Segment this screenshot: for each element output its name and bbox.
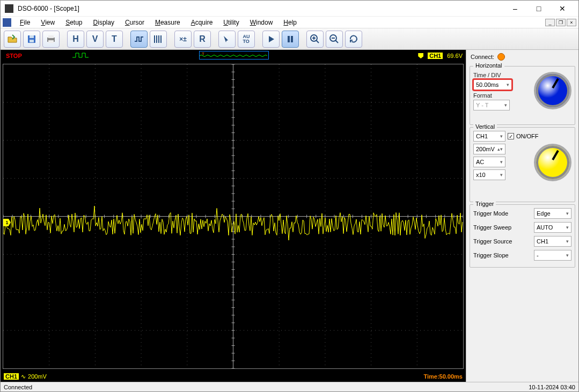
connect-led-icon [497, 53, 505, 61]
trigger-source-label: Trigger Source [473, 238, 512, 245]
time-div-select[interactable]: 50.00ms▾ [473, 79, 512, 90]
toolbar: H V T ×± R AUTO [1, 28, 578, 50]
menu-window[interactable]: Window [245, 18, 278, 27]
run-state-label: STOP [4, 52, 24, 60]
save-button[interactable] [23, 31, 40, 48]
onoff-label: ON/OFF [516, 133, 539, 139]
menu-help[interactable]: Help [278, 18, 302, 27]
format-select[interactable]: Y - T▾ [473, 100, 510, 110]
trigger-mode-select[interactable]: Edge▾ [534, 208, 571, 219]
menu-cursor[interactable]: Cursor [120, 18, 150, 27]
trigger-source-value: CH1 [537, 238, 548, 245]
bottom-channel-label: CH1 [4, 373, 19, 380]
menu-file[interactable]: File [14, 18, 35, 27]
menu-acquire[interactable]: Acquire [186, 18, 218, 27]
trigger-sweep-select[interactable]: AUTO▾ [534, 222, 571, 233]
coupling-select[interactable]: AC▾ [473, 157, 505, 167]
statusbar: Connected 10-11-2024 03:40 [1, 382, 578, 391]
bottom-time-label: Time:50.00ms [423, 373, 463, 380]
mdi-restore-button[interactable]: ❐ [556, 19, 566, 26]
t-button[interactable]: T [106, 31, 123, 48]
menu-display[interactable]: Display [88, 18, 120, 27]
horizontal-knob[interactable] [534, 72, 571, 109]
trigger-channel-label: CH1 [428, 53, 443, 59]
maximize-button[interactable]: □ [527, 1, 551, 16]
onoff-checkbox[interactable]: ✓ [508, 133, 514, 139]
menu-setup[interactable]: Setup [60, 18, 87, 27]
open-button[interactable] [4, 31, 21, 48]
vertical-knob[interactable] [534, 144, 571, 181]
cursor-button[interactable] [218, 31, 236, 48]
scope-area: STOP T CH1 69.6V T 1 CH1 ∿ 200mV Time:50… [1, 50, 466, 382]
trigger-slope-label: Trigger Slope [473, 252, 509, 258]
channel-select[interactable]: CH1▾ [473, 131, 505, 142]
svg-marker-6 [269, 36, 274, 42]
trigger-mode-value: Edge [537, 210, 551, 217]
trigger-marker-icon [418, 53, 423, 58]
svg-rect-4 [48, 35, 54, 38]
vertical-group-title: Vertical [473, 123, 497, 130]
svg-rect-8 [291, 36, 293, 42]
math-button[interactable]: ×± [174, 31, 192, 48]
scope-bottom-strip: CH1 ∿ 200mV Time:50.00ms [1, 371, 466, 382]
trigger-slope-value: - [537, 252, 539, 258]
side-panel: Connect: Horizontal Time / DIV 50.00ms▾ … [466, 50, 578, 382]
graticule[interactable]: T 1 [3, 64, 464, 369]
bars-button[interactable] [150, 31, 167, 48]
horizontal-group-title: Horizontal [473, 62, 504, 69]
svg-rect-5 [48, 40, 54, 43]
close-button[interactable]: ✕ [551, 1, 574, 16]
bottom-coupling-icon: ∿ [21, 373, 26, 380]
pause-button[interactable] [282, 31, 299, 48]
window-title: DSO-6000 - [Scope1] [18, 5, 503, 12]
trigger-group-title: Trigger [473, 201, 496, 207]
svg-rect-7 [288, 36, 290, 42]
pulse-button[interactable] [130, 31, 148, 48]
coupling-value: AC [476, 159, 484, 165]
print-button[interactable] [42, 31, 60, 48]
h-button[interactable]: H [67, 31, 84, 48]
auto-button[interactable]: AUTO [238, 31, 255, 48]
svg-text:T: T [202, 51, 204, 56]
scope-info-strip: STOP T CH1 69.6V [1, 50, 466, 62]
refresh-button[interactable] [345, 31, 362, 48]
menu-view[interactable]: View [35, 18, 60, 27]
vdiv-value: 200mV [476, 146, 495, 152]
menu-measure[interactable]: Measure [150, 18, 186, 27]
svg-rect-2 [30, 40, 34, 42]
svg-rect-1 [30, 35, 34, 38]
trigger-sweep-label: Trigger Sweep [473, 224, 511, 231]
minimize-button[interactable]: – [503, 1, 527, 16]
trigger-mode-label: Trigger Mode [473, 210, 508, 217]
channel-value: CH1 [476, 133, 488, 139]
mdi-system-icon[interactable] [3, 18, 11, 27]
trigger-level-value: 69.6V [447, 53, 463, 59]
play-button[interactable] [262, 31, 280, 48]
v-button[interactable]: V [86, 31, 104, 48]
trigger-source-select[interactable]: CH1▾ [534, 236, 571, 247]
probe-select[interactable]: x10▾ [473, 169, 505, 180]
app-icon [5, 4, 13, 13]
trigger-slope-select[interactable]: -▾ [534, 250, 571, 261]
status-right: 10-11-2024 03:40 [529, 384, 575, 390]
pulse-icon [72, 51, 89, 61]
status-left: Connected [4, 384, 32, 390]
probe-value: x10 [476, 172, 486, 178]
r-button[interactable]: R [194, 31, 211, 48]
bottom-vdiv-label: 200mV [28, 373, 47, 380]
vdiv-spinner[interactable]: 200mV ▴▾ [473, 144, 505, 154]
format-value: Y - T [476, 102, 488, 108]
mdi-minimize-button[interactable]: _ [545, 19, 555, 26]
trigger-sweep-value: AUTO [537, 224, 553, 231]
zoom-in-button[interactable] [306, 31, 324, 48]
menubar: File View Setup Display Cursor Measure A… [1, 17, 578, 28]
mdi-close-button[interactable]: × [567, 19, 576, 26]
time-div-value: 50.00ms [476, 82, 499, 88]
connect-label: Connect: [471, 54, 494, 60]
window-titlebar: DSO-6000 - [Scope1] – □ ✕ [1, 1, 578, 17]
overview-waveform[interactable]: T [199, 51, 269, 60]
zoom-out-button[interactable] [326, 31, 343, 48]
menu-utility[interactable]: Utility [218, 18, 244, 27]
